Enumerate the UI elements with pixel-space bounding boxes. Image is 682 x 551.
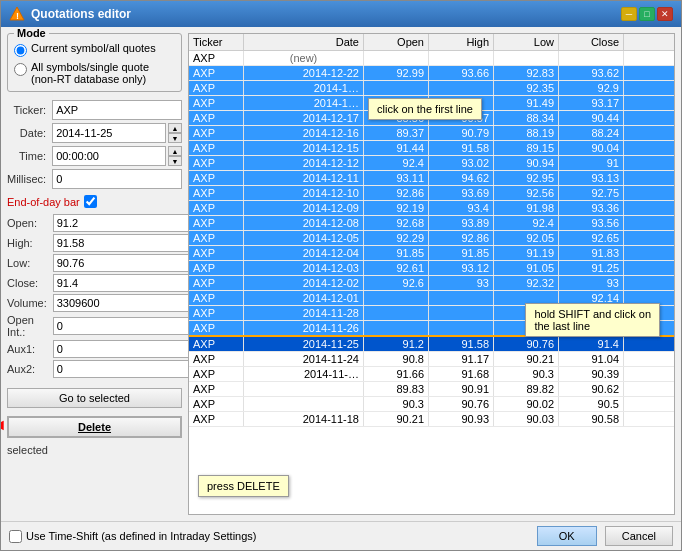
table-row[interactable]: AXP2014-12-0592.2992.8692.0592.65 <box>189 231 674 246</box>
ticker-label: Ticker: <box>7 104 46 116</box>
maximize-button[interactable]: □ <box>639 7 655 21</box>
table-row[interactable]: AXP2014-12-1092.8693.6992.5692.75 <box>189 186 674 201</box>
millisec-input[interactable] <box>52 169 182 189</box>
volume-input[interactable] <box>53 294 199 312</box>
mode-group-title: Mode <box>14 27 49 39</box>
table-row[interactable]: AXP2014-12-2292.9993.6692.8393.62 <box>189 66 674 81</box>
table-cell: AXP <box>189 306 244 320</box>
table-cell: 91.66 <box>364 367 429 381</box>
table-row[interactable]: AXP90.390.7690.0290.5 <box>189 397 674 412</box>
table-cell <box>429 96 494 110</box>
date-down-button[interactable]: ▼ <box>168 133 182 143</box>
time-input[interactable] <box>52 146 166 166</box>
table-cell: 93.11 <box>364 171 429 185</box>
table-row[interactable]: AXP2014-11-2591.291.5890.7691.4 <box>189 337 674 352</box>
time-shift-checkbox-label[interactable]: Use Time-Shift (as defined in Intraday S… <box>9 530 257 543</box>
table-cell: (new) <box>244 51 364 65</box>
mode-radio2[interactable] <box>14 63 27 76</box>
table-row[interactable]: AXP2014-12-0292.69392.3293 <box>189 276 674 291</box>
table-cell: 2014-12-02 <box>244 276 364 290</box>
table-row[interactable]: AXP2014-12-0392.6193.1291.0591.25 <box>189 261 674 276</box>
table-cell: 92.6 <box>364 276 429 290</box>
close-button[interactable]: ✕ <box>657 7 673 21</box>
table-row[interactable]: AXP2014-12-1689.3790.7988.1988.24 <box>189 126 674 141</box>
eod-checkbox[interactable] <box>84 195 97 208</box>
table-row[interactable]: AXP2014-12-1193.1194.6292.9593.13 <box>189 171 674 186</box>
aux1-input[interactable] <box>53 340 199 358</box>
table-row[interactable]: AXP2014-12-1591.4491.5889.1590.04 <box>189 141 674 156</box>
table-row[interactable]: AXP2014-1…92.3592.9 <box>189 81 674 96</box>
table-row[interactable]: AXP2014-12-0892.6893.8992.493.56 <box>189 216 674 231</box>
table-row[interactable]: AXP2014-12-1292.493.0290.9491 <box>189 156 674 171</box>
date-up-button[interactable]: ▲ <box>168 123 182 133</box>
table-cell: 2014-1… <box>244 96 364 110</box>
table-row[interactable]: AXP2014-11-2490.891.1790.2191.04 <box>189 352 674 367</box>
close-label: Close: <box>7 277 47 289</box>
table-row[interactable]: AXP89.8390.9189.8290.62 <box>189 382 674 397</box>
date-row: ▲ ▼ <box>52 123 182 143</box>
table-row[interactable]: AXP2014-12-0992.1993.491.9893.36 <box>189 201 674 216</box>
minimize-button[interactable]: ─ <box>621 7 637 21</box>
table-header: Ticker Date Open High Low Close <box>189 34 674 51</box>
mode-option1[interactable]: Current symbol/all quotes <box>14 42 175 57</box>
time-shift-checkbox[interactable] <box>9 530 22 543</box>
table-row[interactable]: AXP2014-12-1788.5690.5788.3490.44 <box>189 111 674 126</box>
table-row[interactable]: AXP2014-11-2691.45 <box>189 321 674 337</box>
table-cell: 90.39 <box>559 367 624 381</box>
table-row[interactable]: AXP2014-11-2892.42 <box>189 306 674 321</box>
table-cell <box>429 321 494 335</box>
table-cell: 91.2 <box>364 337 429 351</box>
time-spinners: ▲ ▼ <box>168 146 182 166</box>
close-input[interactable] <box>53 274 199 292</box>
delete-row: Delete ◄ <box>7 412 182 438</box>
table-cell: 93.56 <box>559 216 624 230</box>
table-cell: 92.05 <box>494 231 559 245</box>
table-cell: 89.15 <box>494 141 559 155</box>
openint-input[interactable] <box>53 317 199 335</box>
table-cell: 90.62 <box>559 382 624 396</box>
time-row: ▲ ▼ <box>52 146 182 166</box>
table-cell: 2014-12-12 <box>244 156 364 170</box>
table-cell: AXP <box>189 171 244 185</box>
time-up-button[interactable]: ▲ <box>168 146 182 156</box>
time-down-button[interactable]: ▼ <box>168 156 182 166</box>
ticker-input[interactable] <box>52 100 182 120</box>
table-row[interactable]: AXP2014-12-0192.14 <box>189 291 674 306</box>
window-title: Quotations editor <box>31 7 131 21</box>
main-content: Mode Current symbol/all quotes All symbo… <box>1 27 681 521</box>
right-panel: Ticker Date Open High Low Close AXP(new)… <box>188 33 675 515</box>
go-to-selected-button[interactable]: Go to selected <box>7 388 182 408</box>
table-cell: 2014-12-05 <box>244 231 364 245</box>
open-input[interactable] <box>53 214 199 232</box>
table-cell: 2014-12-17 <box>244 111 364 125</box>
mode-option2[interactable]: All symbols/single quote(non-RT database… <box>14 61 175 85</box>
delete-button[interactable]: Delete <box>7 416 182 438</box>
form-fields: Ticker: Date: ▲ ▼ Time: ▲ ▼ <box>7 100 182 189</box>
table-cell <box>494 291 559 305</box>
low-input[interactable] <box>53 254 199 272</box>
table-cell: 91.19 <box>494 246 559 260</box>
table-cell: AXP <box>189 231 244 245</box>
window-controls: ─ □ ✕ <box>621 7 673 21</box>
table-row[interactable]: AXP2014-11-…91.6691.6890.390.39 <box>189 367 674 382</box>
table-cell <box>244 382 364 396</box>
table-row[interactable]: AXP2014-1…91.4993.17 <box>189 96 674 111</box>
cancel-button[interactable]: Cancel <box>605 526 673 546</box>
mode-radio1[interactable] <box>14 44 27 57</box>
table-row[interactable]: AXP(new) <box>189 51 674 66</box>
table-cell: 2014-12-03 <box>244 261 364 275</box>
high-input[interactable] <box>53 234 199 252</box>
table-cell: 91.98 <box>494 201 559 215</box>
table-cell: 92.4 <box>494 216 559 230</box>
title-bar: ! Quotations editor ─ □ ✕ <box>1 1 681 27</box>
aux2-input[interactable] <box>53 360 199 378</box>
table-row[interactable]: AXP2014-11-1890.2190.9390.0390.58 <box>189 412 674 427</box>
table-cell: 91.25 <box>559 261 624 275</box>
table-row[interactable]: AXP2014-12-0491.8591.8591.1991.83 <box>189 246 674 261</box>
table-cell <box>429 51 494 65</box>
table-body: AXP(new)AXP2014-12-2292.9993.6692.8393.6… <box>189 51 674 514</box>
table-cell: 2014-11-28 <box>244 306 364 320</box>
ok-button[interactable]: OK <box>537 526 597 546</box>
date-input[interactable] <box>52 123 166 143</box>
open-label: Open: <box>7 217 47 229</box>
